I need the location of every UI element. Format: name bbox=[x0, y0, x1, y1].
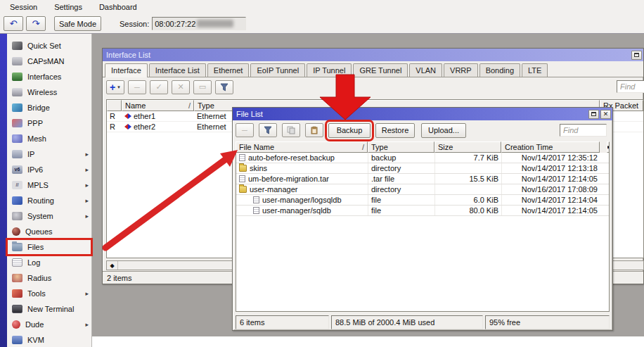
interface-find-input[interactable] bbox=[617, 80, 644, 93]
file-row[interactable]: user-manager/logsqldb file 6.0 KiB Nov/1… bbox=[236, 195, 609, 206]
scroll-marker-icon[interactable]: ◆ bbox=[107, 261, 118, 270]
sidebar-item[interactable]: Queues bbox=[7, 224, 91, 239]
interface-tab[interactable]: LTE bbox=[522, 63, 548, 77]
sort-indicator: / bbox=[362, 143, 364, 151]
column-dropdown-button[interactable]: ▼ bbox=[607, 141, 610, 153]
sidebar-item[interactable]: Radius bbox=[7, 270, 91, 286]
copy-button[interactable] bbox=[282, 123, 300, 137]
filter-button[interactable] bbox=[259, 123, 277, 137]
flags-column-header[interactable] bbox=[107, 100, 122, 111]
backup-button[interactable]: Backup bbox=[328, 123, 371, 138]
file-row[interactable]: auto-before-reset.backup backup 7.7 KiB … bbox=[236, 153, 609, 163]
sidebar-item[interactable]: Mesh bbox=[7, 131, 91, 146]
sidebar-item[interactable]: Dude bbox=[7, 317, 91, 332]
submenu-arrow-icon bbox=[85, 151, 89, 158]
menu-item[interactable]: Session bbox=[1, 1, 46, 13]
file-creation-time: Nov/14/2017 12:13:18 bbox=[502, 163, 600, 173]
interface-window-title: Interface List bbox=[106, 51, 630, 59]
file-type-icon bbox=[253, 207, 259, 214]
interface-tab[interactable]: Interface List bbox=[149, 63, 206, 77]
sidebar-item-icon bbox=[12, 289, 22, 298]
file-creation-time: Nov/14/2017 12:35:12 bbox=[502, 153, 600, 163]
interface-tab[interactable]: VLAN bbox=[409, 63, 442, 77]
file-item-count: 6 items bbox=[236, 315, 329, 329]
sidebar-item[interactable]: MPLS bbox=[7, 177, 91, 193]
paste-button[interactable] bbox=[305, 123, 323, 137]
file-column-header[interactable]: Size bbox=[434, 141, 501, 153]
sidebar-item-label: IPv6 bbox=[27, 165, 85, 174]
file-row[interactable]: user-manager/sqldb file 80.0 KiB Nov/14/… bbox=[236, 206, 609, 216]
sidebar-item[interactable]: IPv6 bbox=[7, 162, 91, 177]
plus-icon: + bbox=[110, 82, 115, 92]
undo-button[interactable]: ↶ bbox=[4, 16, 23, 31]
file-type-icon bbox=[239, 186, 247, 193]
maximize-button[interactable] bbox=[631, 51, 642, 60]
menu-item[interactable]: Settings bbox=[46, 1, 91, 13]
sidebar-item[interactable]: Quick Set bbox=[7, 38, 91, 53]
interface-tab[interactable]: VRRP bbox=[444, 63, 478, 77]
add-button[interactable]: +▼ bbox=[106, 80, 124, 94]
sidebar-item[interactable]: Bridge bbox=[7, 100, 91, 115]
file-type-icon bbox=[239, 165, 247, 172]
file-column-header[interactable]: File Name / bbox=[236, 141, 368, 153]
sidebar-item[interactable]: Interfaces bbox=[7, 69, 91, 84]
interface-tab[interactable]: Ethernet bbox=[207, 63, 250, 77]
sidebar-item[interactable]: Tools bbox=[7, 286, 91, 301]
sidebar-item[interactable]: Log bbox=[7, 255, 91, 270]
check-icon: ✓ bbox=[155, 82, 162, 92]
interface-name: ether1 bbox=[134, 112, 155, 120]
interface-window-titlebar[interactable]: Interface List bbox=[103, 49, 643, 61]
sidebar-item[interactable]: Files bbox=[7, 239, 91, 255]
interface-tab[interactable]: Bonding bbox=[479, 63, 520, 77]
file-row[interactable]: um-before-migration.tar .tar file 15.5 K… bbox=[236, 174, 609, 184]
menu-item[interactable]: Dashboard bbox=[91, 1, 146, 13]
sidebar-item-label: Wireless bbox=[27, 88, 85, 96]
redo-button[interactable]: ↷ bbox=[26, 16, 46, 31]
undo-icon: ↶ bbox=[10, 18, 18, 29]
sidebar-item[interactable]: IP bbox=[7, 146, 91, 162]
restore-button[interactable]: Restore bbox=[375, 123, 415, 138]
sidebar-item[interactable]: System bbox=[7, 208, 91, 224]
file-column-header[interactable]: Type bbox=[368, 141, 434, 153]
file-name: skins bbox=[250, 164, 267, 172]
sidebar-item-label: Queues bbox=[25, 227, 85, 236]
sidebar-item-label: Radius bbox=[27, 274, 85, 282]
file-size: 6.0 KiB bbox=[435, 195, 502, 205]
funnel-icon bbox=[220, 83, 228, 92]
sidebar-item[interactable]: KVM bbox=[7, 332, 91, 347]
interface-tab[interactable]: IP Tunnel bbox=[307, 63, 352, 77]
file-find-input[interactable] bbox=[560, 124, 607, 137]
file-type: .tar file bbox=[368, 174, 435, 184]
sidebar-item-label: MPLS bbox=[27, 181, 85, 189]
sidebar-item[interactable]: Routing bbox=[7, 193, 91, 208]
sidebar-item[interactable]: CAPsMAN bbox=[7, 53, 91, 69]
filter-button[interactable] bbox=[215, 80, 233, 94]
safe-mode-button[interactable]: Safe Mode bbox=[54, 16, 101, 31]
file-name: user-manager/logsqldb bbox=[262, 196, 342, 204]
close-button[interactable]: ✕ bbox=[600, 110, 611, 119]
sidebar-item[interactable]: New Terminal bbox=[7, 301, 91, 317]
sidebar-item[interactable]: PPP bbox=[7, 115, 91, 131]
sidebar-item[interactable]: Wireless bbox=[7, 84, 91, 100]
file-column-header[interactable]: Creation Time bbox=[501, 141, 600, 153]
interface-tab[interactable]: EoIP Tunnel bbox=[250, 63, 305, 77]
remove-button[interactable]: ─ bbox=[128, 80, 146, 94]
maximize-button[interactable] bbox=[588, 110, 599, 119]
submenu-arrow-icon bbox=[85, 182, 89, 189]
sidebar-item-icon bbox=[12, 150, 22, 158]
comment-button[interactable]: ▭ bbox=[193, 80, 212, 94]
file-row[interactable]: user-manager directory Nov/16/2017 17:08… bbox=[236, 184, 609, 195]
upload-button[interactable]: Upload... bbox=[421, 123, 466, 138]
name-column-header[interactable]: Name/ bbox=[122, 100, 194, 111]
sidebar-item-icon bbox=[12, 196, 22, 205]
disable-button[interactable]: ✕ bbox=[172, 80, 190, 94]
file-toolbar: ─ Backup Restore Upload... bbox=[233, 120, 612, 140]
session-field[interactable]: 08:00:27:22 bbox=[152, 17, 246, 30]
interface-tab[interactable]: Interface bbox=[105, 63, 148, 77]
file-window-titlebar[interactable]: File List ✕ bbox=[233, 108, 612, 120]
enable-button[interactable]: ✓ bbox=[150, 80, 168, 94]
interface-tab[interactable]: GRE Tunnel bbox=[353, 63, 408, 77]
delete-button[interactable]: ─ bbox=[236, 123, 254, 137]
interface-tab-strip: InterfaceInterface ListEthernetEoIP Tunn… bbox=[103, 61, 643, 77]
file-row[interactable]: skins directory Nov/14/2017 12:13:18 bbox=[236, 163, 609, 174]
